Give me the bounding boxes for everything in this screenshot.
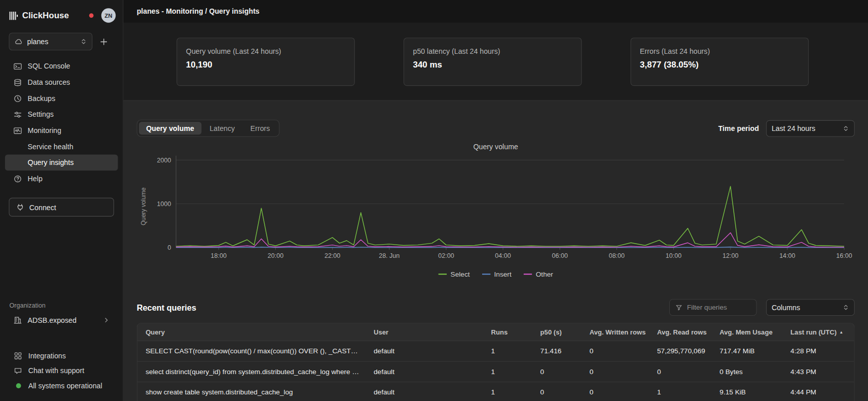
- columns-select-value: Columns: [772, 303, 800, 311]
- svg-text:20:00: 20:00: [268, 253, 283, 260]
- filter-queries-box: [669, 299, 757, 316]
- pulse-chart-icon: [13, 126, 22, 135]
- sidebar-item-backups[interactable]: Backups: [5, 90, 118, 107]
- svg-text:10:00: 10:00: [666, 253, 681, 260]
- table-cell: 717.47 MiB: [711, 341, 782, 361]
- columns-select[interactable]: Columns: [766, 299, 855, 316]
- tab-query-volume[interactable]: Query volume: [139, 122, 201, 135]
- time-period-group: Time period Last 24 hours: [718, 120, 855, 137]
- column-header-avg-read-rows[interactable]: Avg. Read rows: [649, 323, 711, 341]
- sidebar-item-label: Backups: [28, 94, 55, 103]
- sidebar-item-chat-support[interactable]: Chat with support: [0, 363, 123, 378]
- sidebar-item-label: Query insights: [28, 158, 74, 166]
- column-header-query[interactable]: Query: [137, 323, 366, 341]
- organization-name: ADSB.exposed: [28, 316, 77, 324]
- stat-value: 340 ms: [413, 60, 572, 70]
- table-cell: default: [366, 362, 483, 382]
- grid-icon: [14, 352, 22, 360]
- stat-value: 10,190: [186, 60, 345, 70]
- svg-text:18:00: 18:00: [211, 253, 227, 260]
- svg-text:16:00: 16:00: [836, 253, 852, 260]
- table-row[interactable]: SELECT CAST(round(pow(count() / max(coun…: [137, 341, 854, 361]
- time-period-select[interactable]: Last 24 hours: [766, 120, 855, 137]
- table-row[interactable]: show create table system.distributed_cac…: [137, 382, 854, 401]
- sidebar-nav: SQL Console Data sources Backups Setting…: [0, 58, 123, 187]
- sidebar-item-help[interactable]: Help: [5, 171, 118, 187]
- sidebar-item-label: Settings: [28, 110, 54, 118]
- table-cell: 0: [649, 362, 711, 382]
- table-cell: 0: [532, 362, 581, 382]
- stats-band: Query volume (Last 24 hours) 10,190 p50 …: [123, 23, 867, 101]
- filter-queries-input[interactable]: [687, 304, 751, 311]
- chevron-right-icon: [103, 317, 110, 323]
- svg-text:22:00: 22:00: [324, 253, 340, 260]
- chart-tabs: Query volume Latency Errors: [137, 120, 279, 137]
- content: Query volume Latency Errors Time period …: [123, 101, 867, 401]
- topbar: planes - Monitoring / Query insights: [123, 0, 867, 23]
- sidebar: ClickHouse ZN planes SQL Console: [0, 0, 123, 401]
- svg-text:14:00: 14:00: [779, 253, 795, 260]
- stat-label: Query volume (Last 24 hours): [186, 47, 345, 55]
- svg-text:28. Jun: 28. Jun: [379, 253, 400, 260]
- system-status-item[interactable]: All systems operational: [0, 378, 123, 393]
- recent-queries-header: Recent queries Columns: [137, 299, 855, 316]
- chevron-updown-icon: [843, 125, 849, 131]
- table-cell: 0: [581, 362, 648, 382]
- legend-label: Select: [451, 271, 470, 278]
- table-cell: 0: [532, 382, 581, 401]
- svg-text:06:00: 06:00: [552, 253, 568, 260]
- service-selector[interactable]: planes: [9, 32, 92, 50]
- legend-item-insert[interactable]: Insert: [482, 269, 512, 279]
- chevron-updown-icon: [80, 38, 87, 45]
- column-header-p50-s[interactable]: p50 (s): [532, 323, 581, 341]
- tab-errors[interactable]: Errors: [243, 122, 277, 135]
- chat-bubble-icon: [14, 366, 22, 375]
- footer-item-label: All systems operational: [28, 382, 102, 390]
- time-period-value: Last 24 hours: [772, 124, 815, 132]
- service-name: planes: [27, 38, 76, 46]
- sidebar-item-query-insights[interactable]: Query insights: [5, 154, 118, 171]
- table-cell: 4:28 PM: [782, 341, 854, 361]
- legend-item-select[interactable]: Select: [439, 269, 470, 279]
- table-row[interactable]: select distrinct(query_id) from system.d…: [137, 361, 854, 381]
- sidebar-item-service-health[interactable]: Service health: [5, 139, 118, 155]
- column-header-last-run-utc[interactable]: Last run (UTC)▲: [782, 323, 854, 341]
- column-header-user[interactable]: User: [366, 323, 483, 341]
- svg-text:02:00: 02:00: [438, 253, 454, 260]
- terminal-icon: [13, 62, 22, 71]
- chart-area: Query volume Query volume 01000200018:00…: [137, 142, 855, 279]
- table-cell: 0: [581, 341, 648, 361]
- stat-card-errors: Errors (Last 24 hours) 3,877 (38.05%): [631, 38, 809, 86]
- column-header-avg-mem-usage[interactable]: Avg. Mem Usage: [711, 323, 782, 341]
- app-root: ClickHouse ZN planes SQL Console: [0, 0, 868, 401]
- clock-icon: [13, 94, 22, 103]
- table-controls: Columns: [669, 299, 855, 316]
- column-header-avg-written-rows[interactable]: Avg. Written rows: [581, 323, 648, 341]
- table-header-row: QueryUserRunsp50 (s)Avg. Written rowsAvg…: [137, 323, 854, 341]
- avatar[interactable]: ZN: [101, 8, 116, 22]
- sidebar-item-integrations[interactable]: Integrations: [0, 348, 123, 363]
- column-header-runs[interactable]: Runs: [483, 323, 532, 341]
- svg-text:08:00: 08:00: [609, 253, 625, 260]
- table-cell: default: [366, 382, 483, 401]
- chart-legend: SelectInsertOther: [137, 269, 855, 279]
- stat-label: Errors (Last 24 hours): [640, 47, 799, 55]
- sidebar-item-sql-console[interactable]: SQL Console: [5, 58, 118, 75]
- legend-item-other[interactable]: Other: [524, 269, 553, 279]
- table-cell: 9.15 KiB: [711, 382, 782, 401]
- table-cell: 57,295,770,069: [649, 341, 711, 361]
- sidebar-item-settings[interactable]: Settings: [5, 107, 118, 123]
- table-cell: 0: [581, 382, 648, 401]
- logo-row: ClickHouse ZN: [0, 6, 123, 25]
- sidebar-item-label: SQL Console: [28, 62, 70, 70]
- sidebar-item-data-sources[interactable]: Data sources: [5, 74, 118, 90]
- table-cell: 4:44 PM: [782, 382, 854, 401]
- add-service-button[interactable]: [98, 36, 110, 47]
- organization-item[interactable]: ADSB.exposed: [5, 312, 118, 328]
- chart-y-axis-label: Query volume: [140, 187, 147, 225]
- connect-button[interactable]: Connect: [9, 198, 114, 217]
- tab-latency[interactable]: Latency: [202, 122, 242, 135]
- plug-icon: [16, 203, 24, 211]
- time-period-label: Time period: [718, 124, 759, 132]
- sidebar-item-monitoring[interactable]: Monitoring: [5, 122, 118, 139]
